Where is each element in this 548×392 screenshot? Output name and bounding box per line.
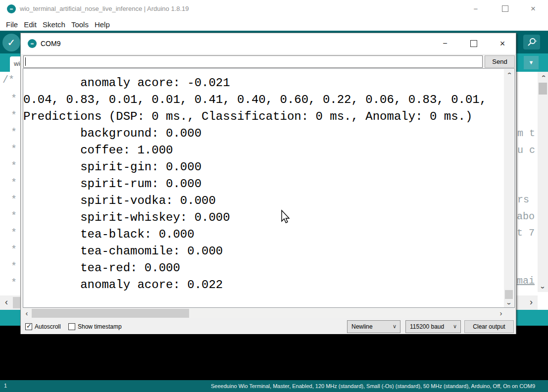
magnifier-icon bbox=[526, 37, 537, 47]
serial-vertical-scrollbar[interactable]: › › bbox=[504, 69, 514, 308]
code-comment-fragment: m t bbox=[517, 128, 535, 139]
serial-output-line: anomaly acore: 0.022 bbox=[23, 277, 495, 294]
code-comment-mark: * bbox=[11, 261, 17, 272]
serial-window-title: COM9 bbox=[41, 40, 60, 48]
serial-monitor-window: ∞ COM9 − × Send anomaly acore: -0.0210.0… bbox=[20, 33, 516, 334]
serial-maximize-button[interactable] bbox=[468, 40, 479, 51]
menu-item[interactable]: Help bbox=[92, 20, 113, 29]
code-comment-mark: * bbox=[11, 194, 17, 205]
scroll-right-icon[interactable]: › bbox=[497, 308, 505, 318]
code-comment-mark: /* bbox=[2, 74, 14, 86]
serial-vscroll-thumb[interactable] bbox=[505, 290, 513, 299]
code-comment-fragment: mai bbox=[517, 275, 535, 287]
main-titlebar: ∞ wio_terminal_artificial_nose_live_infe… bbox=[0, 0, 548, 18]
scroll-right-icon[interactable]: › bbox=[526, 295, 537, 310]
menu-item[interactable]: Edit bbox=[21, 20, 40, 29]
maximize-icon bbox=[470, 40, 477, 47]
scroll-down-icon[interactable]: › bbox=[504, 299, 514, 308]
menubar: FileEditSketchToolsHelp bbox=[0, 18, 548, 31]
close-button[interactable]: × bbox=[527, 3, 540, 15]
serial-output-line: background: 0.000 bbox=[23, 125, 495, 142]
code-comment-mark: * bbox=[11, 110, 17, 121]
scroll-up-icon[interactable]: › bbox=[504, 69, 514, 78]
statusbar-line-number: 1 bbox=[4, 383, 7, 389]
serial-output-line: Predictions (DSP: 0 ms., Classification:… bbox=[23, 108, 495, 125]
verify-button[interactable]: ✓ bbox=[2, 34, 20, 51]
menu-item[interactable]: Tools bbox=[68, 20, 92, 29]
statusbar-board-info: Seeeduino Wio Terminal, Master, Enabled,… bbox=[211, 383, 535, 389]
code-comment-mark: * bbox=[11, 160, 17, 172]
statusbar: 1 Seeeduino Wio Terminal, Master, Enable… bbox=[0, 380, 548, 392]
code-comment-mark: * bbox=[11, 244, 17, 255]
chevron-down-icon: ∨ bbox=[453, 323, 457, 330]
arduino-logo-icon: ∞ bbox=[7, 4, 16, 13]
serial-output-line: spirit-whiskey: 0.000 bbox=[23, 209, 495, 226]
minimize-button[interactable]: − bbox=[469, 3, 482, 15]
serial-output: anomaly acore: -0.0210.04, 0.83, 0.01, 0… bbox=[23, 75, 495, 294]
serial-output-line: spirit-vodka: 0.000 bbox=[23, 193, 495, 209]
serial-bottom-bar: ✓ Autoscroll Show timestamp Newline ∨ 11… bbox=[21, 318, 516, 334]
serial-output-line: tea-black: 0.000 bbox=[23, 226, 495, 243]
menu-item[interactable]: Sketch bbox=[40, 20, 68, 29]
serial-output-line: tea-red: 0.000 bbox=[23, 260, 495, 277]
maximize-icon bbox=[502, 5, 508, 12]
send-button[interactable]: Send bbox=[485, 55, 515, 68]
serial-output-line: spirit-gin: 0.000 bbox=[23, 159, 495, 176]
window-title: wio_terminal_artificial_nose_live_infere… bbox=[20, 5, 189, 12]
text-caret bbox=[25, 57, 26, 66]
autoscroll-checkbox[interactable]: ✓ bbox=[25, 323, 32, 330]
code-comment-fragment: t 7 bbox=[517, 227, 535, 239]
code-comment-mark: * bbox=[11, 127, 17, 138]
scroll-up-icon[interactable]: › bbox=[538, 72, 548, 81]
chevron-down-icon: ∨ bbox=[393, 323, 397, 330]
autoscroll-label: Autoscroll bbox=[35, 323, 61, 330]
scroll-left-icon[interactable]: ‹ bbox=[1, 295, 12, 310]
code-comment-mark: * bbox=[11, 177, 17, 189]
code-comment-mark: * bbox=[11, 227, 17, 239]
baud-rate-select[interactable]: 115200 baud ∨ bbox=[405, 320, 461, 333]
baud-rate-value: 115200 baud bbox=[410, 323, 444, 330]
maximize-button[interactable] bbox=[498, 5, 511, 17]
scroll-down-icon[interactable]: › bbox=[538, 283, 548, 292]
serial-hscroll-thumb[interactable] bbox=[32, 309, 189, 318]
serial-monitor-button[interactable] bbox=[523, 35, 540, 49]
code-comment-mark: * bbox=[11, 210, 17, 222]
serial-output-line: tea-chamomile: 0.000 bbox=[23, 243, 495, 260]
serial-titlebar[interactable]: ∞ COM9 − × bbox=[21, 33, 516, 54]
arduino-ide-window: ∞ wio_terminal_artificial_nose_live_infe… bbox=[0, 0, 548, 392]
serial-output-area[interactable]: anomaly acore: -0.0210.04, 0.83, 0.01, 0… bbox=[23, 68, 515, 308]
scroll-left-icon[interactable]: ‹ bbox=[23, 308, 31, 318]
code-comment-fragment: rs bbox=[517, 194, 529, 205]
serial-send-input[interactable] bbox=[23, 55, 483, 68]
code-comment-mark: * bbox=[11, 277, 17, 289]
code-comment-mark: * bbox=[11, 93, 17, 104]
line-ending-select[interactable]: Newline ∨ bbox=[347, 320, 400, 333]
serial-output-line: spirit-rum: 0.000 bbox=[23, 176, 495, 193]
show-timestamp-checkbox[interactable] bbox=[68, 323, 75, 330]
checkbox-tick-icon: ✓ bbox=[26, 322, 32, 330]
line-ending-value: Newline bbox=[351, 323, 373, 330]
code-comment-fragment: u c bbox=[517, 145, 535, 156]
serial-horizontal-scrollbar[interactable]: ‹ › bbox=[23, 308, 505, 318]
code-comment-fragment: abo bbox=[517, 211, 535, 222]
mouse-cursor bbox=[280, 209, 292, 225]
serial-output-line: 0.04, 0.83, 0.01, 0.01, 0.41, 0.40, 0.60… bbox=[23, 92, 495, 108]
clear-output-button[interactable]: Clear output bbox=[464, 320, 514, 333]
tab-dropdown-button[interactable]: ▼ bbox=[524, 56, 539, 69]
serial-minimize-button[interactable]: − bbox=[440, 38, 450, 49]
editor-vscroll-thumb[interactable] bbox=[539, 83, 547, 95]
code-comment-mark: * bbox=[11, 144, 17, 155]
serial-output-line: anomaly acore: -0.021 bbox=[23, 75, 495, 92]
arduino-logo-icon: ∞ bbox=[28, 39, 37, 48]
menu-item[interactable]: File bbox=[3, 20, 21, 29]
serial-close-button[interactable]: × bbox=[497, 38, 508, 49]
show-timestamp-label: Show timestamp bbox=[78, 323, 122, 330]
editor-vertical-scrollbar[interactable]: › › bbox=[538, 72, 548, 292]
serial-output-line: coffee: 1.000 bbox=[23, 142, 495, 159]
